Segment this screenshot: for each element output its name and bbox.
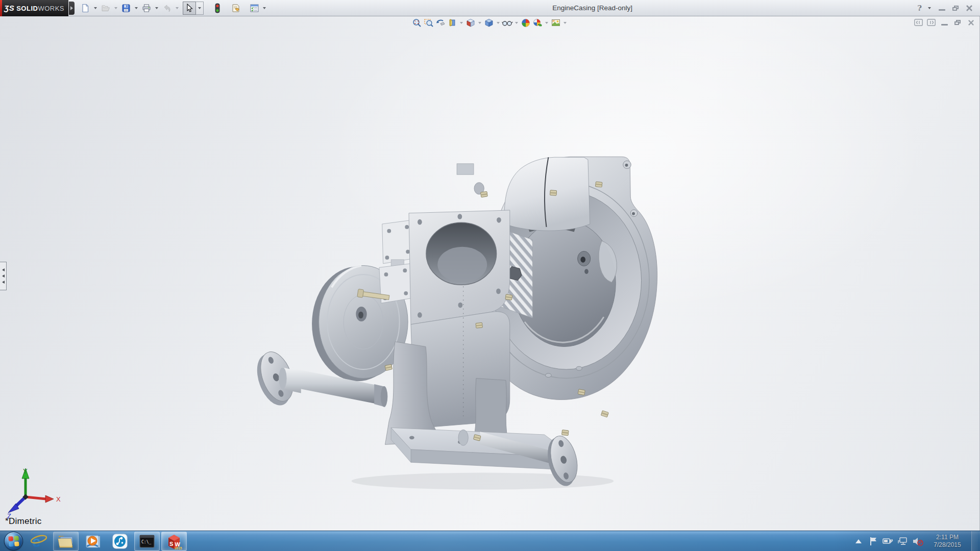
- doc-restore-button[interactable]: [953, 18, 962, 27]
- open-document-button[interactable]: [100, 2, 111, 14]
- file-properties-button[interactable]: [230, 2, 241, 14]
- hide-show-items-button[interactable]: [502, 17, 513, 29]
- triad-y-label: Y: [23, 467, 28, 475]
- sw-icon-year: 2015: [175, 546, 182, 550]
- triad-x-label: X: [56, 495, 61, 503]
- battery-plug-icon: [883, 537, 894, 546]
- options-icon: [250, 4, 259, 13]
- save-icon: [121, 4, 131, 13]
- close-icon: [966, 5, 973, 12]
- taskbar-item-blue-network-app[interactable]: [107, 532, 133, 551]
- rebuild-button[interactable]: [212, 2, 223, 14]
- engine-casing-model[interactable]: [0, 16, 980, 531]
- select-tool-dropdown[interactable]: [196, 2, 204, 15]
- solidworks-2015-icon: S W 2015: [165, 533, 183, 550]
- display-style-button[interactable]: [483, 17, 495, 29]
- print-button[interactable]: [141, 2, 152, 14]
- view-orientation-button[interactable]: [465, 17, 476, 29]
- title-bar: ƷSSOLIDWORKS: [0, 0, 980, 16]
- windows-taskbar: e: [0, 531, 980, 551]
- help-button[interactable]: ?: [917, 4, 922, 13]
- options-button[interactable]: [249, 2, 260, 14]
- display-style-icon: [484, 18, 494, 28]
- chevron-left-icon: [2, 281, 5, 284]
- triad-x-arrow: [45, 495, 54, 503]
- previous-view-button[interactable]: [435, 17, 446, 29]
- section-view-icon: [447, 18, 457, 28]
- apply-scene-button[interactable]: [532, 17, 543, 29]
- view-orientation-dropdown-caret[interactable]: [478, 22, 481, 24]
- show-hidden-icons-button[interactable]: [853, 535, 864, 547]
- undo-button[interactable]: [161, 2, 173, 14]
- taskbar-clock[interactable]: 2:11 PM 7/28/2015: [929, 534, 966, 549]
- view-settings-dropdown-caret[interactable]: [564, 22, 567, 24]
- up-arrow-icon: [855, 539, 862, 543]
- hide-show-items-icon: [502, 18, 513, 28]
- print-dropdown-caret[interactable]: [155, 7, 158, 9]
- new-document-button[interactable]: [80, 2, 91, 14]
- edit-appearance-icon: [521, 18, 531, 28]
- taskbar-item-media-player[interactable]: [80, 532, 106, 551]
- view-settings-button[interactable]: [550, 17, 561, 29]
- section-view-dropdown-caret[interactable]: [460, 22, 463, 24]
- options-dropdown-caret[interactable]: [263, 7, 266, 9]
- chevron-right-icon: [70, 6, 73, 10]
- select-tool-group: [183, 2, 204, 15]
- edit-appearance-button[interactable]: [520, 17, 531, 29]
- view-settings-icon: [551, 18, 561, 28]
- flag-icon: [869, 536, 878, 546]
- document-window-controls: [914, 18, 975, 27]
- main-toolbar: [80, 2, 267, 15]
- section-view-button[interactable]: [447, 17, 458, 29]
- taskbar-item-solidworks[interactable]: S W 2015: [161, 532, 187, 551]
- blue-network-app-icon: [112, 533, 128, 549]
- solidworks-window: ƷSSOLIDWORKS: [0, 0, 980, 551]
- help-dropdown-caret[interactable]: [928, 7, 931, 9]
- media-player-icon: [85, 533, 101, 549]
- display-style-dropdown-caret[interactable]: [497, 22, 500, 24]
- show-desktop-button[interactable]: [971, 531, 978, 551]
- action-center-button[interactable]: [868, 535, 879, 547]
- undo-dropdown-caret[interactable]: [176, 7, 179, 9]
- taskbar-item-windows-explorer[interactable]: [53, 532, 79, 551]
- doc-minimize-button[interactable]: [940, 18, 949, 27]
- featuremanager-pane-icon: [914, 19, 923, 26]
- display-pane-toggle[interactable]: [927, 19, 936, 26]
- network-status-button[interactable]: [897, 535, 909, 547]
- hide-show-dropdown-caret[interactable]: [515, 22, 518, 24]
- power-status-button[interactable]: [883, 535, 894, 547]
- start-button[interactable]: [4, 532, 23, 550]
- solidworks-logo-light: WORKS: [38, 5, 64, 12]
- featuremanager-collapsed-tab[interactable]: [0, 262, 7, 290]
- taskbar-item-command-prompt[interactable]: C:\_: [134, 532, 160, 551]
- system-tray: 2:11 PM 7/28/2015: [853, 531, 980, 551]
- display-pane-icon: [927, 19, 936, 26]
- new-dropdown-caret[interactable]: [94, 7, 97, 9]
- save-dropdown-caret[interactable]: [135, 7, 138, 9]
- rebuild-traffic-light-icon: [214, 3, 220, 13]
- close-button[interactable]: [965, 4, 974, 12]
- undo-icon: [162, 4, 172, 13]
- open-dropdown-caret[interactable]: [114, 7, 117, 9]
- clock-date: 7/28/2015: [929, 541, 966, 549]
- apply-scene-dropdown-caret[interactable]: [545, 22, 548, 24]
- zoom-to-fit-button[interactable]: [411, 17, 423, 29]
- solidworks-logo: ƷSSOLIDWORKS: [0, 0, 68, 16]
- clock-time: 2:11 PM: [929, 534, 966, 541]
- restore-button[interactable]: [951, 4, 960, 12]
- headsup-view-toolbar: [411, 17, 568, 29]
- solidworks-logo-mark: ƷS: [4, 4, 14, 12]
- minimize-button[interactable]: [937, 4, 946, 12]
- logo-expand-tab[interactable]: [69, 2, 75, 15]
- windows-flag-icon: [8, 536, 19, 546]
- doc-close-button[interactable]: [966, 18, 975, 27]
- featuremanager-pane-toggle[interactable]: [914, 19, 923, 26]
- taskbar-item-internet-explorer[interactable]: e: [26, 532, 52, 551]
- zoom-to-area-button[interactable]: [423, 17, 434, 29]
- graphics-viewport[interactable]: Y X Z *Dimetric: [0, 16, 980, 531]
- save-button[interactable]: [120, 2, 132, 14]
- document-title: EngineCasing [Read-only]: [267, 4, 917, 12]
- print-icon: [142, 4, 151, 13]
- volume-button[interactable]: [912, 535, 923, 547]
- select-tool-button[interactable]: [183, 2, 196, 15]
